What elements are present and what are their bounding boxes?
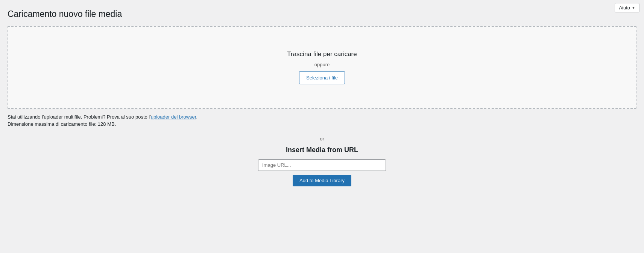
help-button[interactable]: Aiuto ▼	[615, 3, 639, 12]
or-text: oppure	[314, 62, 330, 67]
url-input-wrapper	[8, 159, 636, 171]
max-size-info: Dimensione massima di caricamento file: …	[8, 121, 636, 127]
chevron-down-icon: ▼	[632, 6, 635, 10]
image-url-input[interactable]	[258, 159, 386, 171]
page-wrapper: Aiuto ▼ Caricamento nuovo file media Tra…	[0, 0, 644, 253]
select-files-button[interactable]: Seleziona i file	[299, 71, 345, 84]
drag-text: Trascina file per caricare	[287, 50, 357, 58]
page-title: Caricamento nuovo file media	[8, 9, 636, 19]
divider-or: or	[8, 136, 636, 142]
add-to-library-button[interactable]: Add to Media Library	[293, 175, 351, 186]
help-button-label: Aiuto	[619, 5, 630, 11]
browser-uploader-link[interactable]: uploader del browser	[151, 114, 196, 120]
drop-zone[interactable]: Trascina file per caricare oppure Selezi…	[8, 26, 636, 109]
add-to-library-wrapper: Add to Media Library	[8, 175, 636, 186]
multifile-text-before-link: Stai utilizzando l'uploader multifile. P…	[8, 114, 151, 120]
multifile-text-after-link: .	[196, 114, 197, 120]
multifile-info: Stai utilizzando l'uploader multifile. P…	[8, 114, 636, 120]
insert-media-title: Insert Media from URL	[8, 146, 636, 154]
